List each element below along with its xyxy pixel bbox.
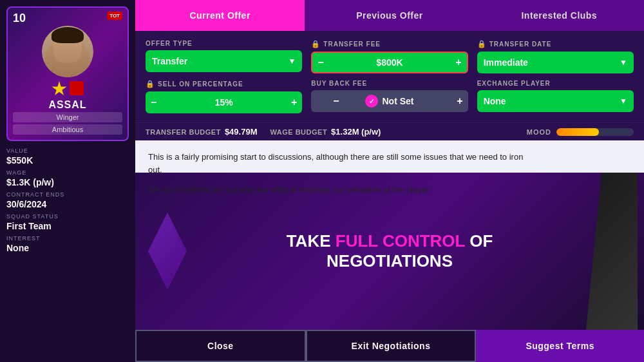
contract-label: CONTRACT ENDS <box>6 191 129 198</box>
promo-line1-start: TAKE <box>287 231 331 251</box>
offer-type-label: OFFER TYPE <box>146 40 302 47</box>
transfer-date-value: Immediate <box>484 57 528 68</box>
transfer-budget: TRANSFER BUDGET $49.79M <box>146 127 257 137</box>
contract-value: 30/6/2024 <box>6 199 129 209</box>
player-stats: VALUE $550K WAGE $1.3K (p/w) CONTRACT EN… <box>6 145 129 253</box>
dropdown-arrow-date-icon: ▼ <box>620 58 627 67</box>
lock-icon-2: 🔒 <box>477 40 487 48</box>
tab-current-offer[interactable]: Current Offer <box>135 0 305 31</box>
player-position: Winger <box>13 112 122 122</box>
form-group-buyback: BUY BACK FEE ✓ − Not Set + <box>311 80 468 112</box>
squad-value: First Team <box>6 221 129 231</box>
main-content: This is a fairly promising start to disc… <box>135 140 644 330</box>
wage-budget-value: $1.32M (p/w) <box>331 127 381 137</box>
left-panel: 10 TOT ASSAL Winger Ambitious VALUE $550… <box>0 0 135 362</box>
transfer-date-label: 🔒 TRANSFER DATE <box>477 40 634 48</box>
player-number: 10 <box>13 12 26 25</box>
wage-value: $1.3K (p/w) <box>6 177 129 187</box>
buyback-value: Not Set <box>382 96 413 106</box>
wage-budget-label: WAGE BUDGET <box>270 128 327 136</box>
form-group-transfer-date: 🔒 TRANSFER DATE Immediate ▼ <box>477 40 634 73</box>
negotiation-text-2: We don't believe the transfer fee offere… <box>148 184 535 196</box>
interest-value: None <box>6 243 129 253</box>
transfer-fee-control: − $800K + <box>311 52 468 73</box>
value-value: $550K <box>6 155 129 166</box>
right-panel: Current Offer Previous Offer Interested … <box>135 0 644 362</box>
sell-on-label: 🔒 SELL ON PERCENTAGE <box>146 80 302 88</box>
player-avatar <box>42 26 93 77</box>
club-logo2 <box>70 81 84 95</box>
offer-type-value: Transfer <box>152 56 187 66</box>
negotiation-text-1: This is a fairly promising start to disc… <box>148 151 535 176</box>
club-logo-icon <box>52 81 67 97</box>
offer-type-control[interactable]: Transfer ▼ <box>146 50 302 72</box>
promo-line2: NEGOTIATIONS <box>327 251 453 271</box>
wage-label: WAGE <box>6 169 129 176</box>
sell-on-increase[interactable]: + <box>286 97 302 108</box>
form-row-1: OFFER TYPE Transfer ▼ 🔒 TRANSFER FEE − $… <box>146 40 634 73</box>
player-badge: TOT <box>107 12 122 20</box>
exchange-control[interactable]: None ▼ <box>477 90 634 112</box>
tabs-bar: Current Offer Previous Offer Interested … <box>135 0 644 31</box>
transfer-fee-increase[interactable]: + <box>450 57 466 68</box>
sell-on-decrease[interactable]: − <box>146 97 162 108</box>
negotiation-text: This is a fairly promising start to disc… <box>148 151 535 196</box>
form-group-transfer-fee: 🔒 TRANSFER FEE − $800K + <box>311 40 468 73</box>
promo-decorative-right <box>586 173 638 330</box>
budget-row: TRANSFER BUDGET $49.79M WAGE BUDGET $1.3… <box>135 122 644 140</box>
form-group-sell-on: 🔒 SELL ON PERCENTAGE − 15% + <box>146 80 302 113</box>
exit-negotiations-button[interactable]: Exit Negotiations <box>306 330 477 362</box>
interest-label: INTEREST <box>6 235 129 242</box>
tab-interested-clubs[interactable]: Interested Clubs <box>475 0 644 31</box>
mood-bar-fill <box>556 128 599 136</box>
form-row-2: 🔒 SELL ON PERCENTAGE − 15% + BUY BACK FE… <box>146 80 634 113</box>
exchange-label: EXCHANGE PLAYER <box>477 80 634 87</box>
promo-overlay: TAKE FULL CONTROL OF NEGOTIATIONS <box>135 173 644 330</box>
wage-budget: WAGE BUDGET $1.32M (p/w) <box>270 127 381 137</box>
mood-bar-bg <box>556 128 634 136</box>
check-icon: ✓ <box>365 95 378 108</box>
transfer-fee-decrease[interactable]: − <box>312 57 328 68</box>
promo-decorative-left <box>148 213 187 290</box>
buyback-control: ✓ − Not Set + <box>311 90 468 112</box>
transfer-budget-label: TRANSFER BUDGET <box>146 128 221 136</box>
promo-line1-colored: FULL CONTROL <box>336 231 465 251</box>
offer-form: OFFER TYPE Transfer ▼ 🔒 TRANSFER FEE − $… <box>135 31 644 122</box>
suggest-terms-button[interactable]: Suggest Terms <box>476 330 644 362</box>
buyback-decrease[interactable]: − <box>328 95 344 107</box>
promo-text: TAKE FULL CONTROL OF NEGOTIATIONS <box>287 231 493 271</box>
value-label: VALUE <box>6 148 129 154</box>
transfer-fee-label: 🔒 TRANSFER FEE <box>311 40 468 48</box>
dropdown-arrow-icon: ▼ <box>288 57 296 66</box>
sell-on-value: 15% <box>215 97 233 108</box>
club-logo <box>13 81 122 97</box>
player-trait: Ambitious <box>13 124 122 135</box>
tab-previous-offer[interactable]: Previous Offer <box>305 0 474 31</box>
mood-section: MOOD <box>527 128 634 136</box>
form-group-exchange: EXCHANGE PLAYER None ▼ <box>477 80 634 112</box>
dropdown-arrow-exchange-icon: ▼ <box>620 97 627 106</box>
exchange-value: None <box>484 96 506 106</box>
mood-label: MOOD <box>527 128 551 136</box>
lock-icon-3: 🔒 <box>146 80 155 88</box>
player-name: ASSAL <box>13 99 122 111</box>
player-hair <box>52 27 84 43</box>
buyback-increase[interactable]: + <box>451 95 468 107</box>
lock-icon: 🔒 <box>311 40 321 48</box>
transfer-date-control[interactable]: Immediate ▼ <box>477 52 634 73</box>
buyback-label: BUY BACK FEE <box>311 80 468 87</box>
transfer-fee-value: $800K <box>376 57 402 68</box>
promo-line1-end: OF <box>469 231 493 251</box>
bottom-bar: Close Exit Negotiations Suggest Terms <box>135 330 644 362</box>
player-card: 10 TOT ASSAL Winger Ambitious <box>6 6 129 141</box>
form-group-offer-type: OFFER TYPE Transfer ▼ <box>146 40 302 72</box>
sell-on-control: − 15% + <box>146 91 302 113</box>
squad-label: SQUAD STATUS <box>6 213 129 220</box>
transfer-budget-value: $49.79M <box>225 127 258 137</box>
close-button[interactable]: Close <box>135 330 306 362</box>
